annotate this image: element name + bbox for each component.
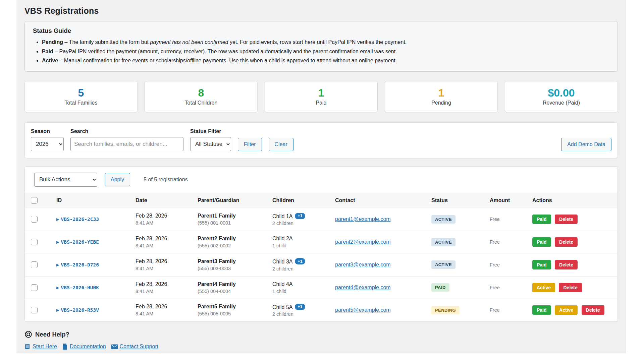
column-header-date: Date [132, 193, 194, 208]
parent-phone: (555) 001-0001 [198, 220, 266, 226]
amount-value: Free [490, 239, 500, 245]
children-count: 2 children [272, 266, 328, 272]
status-term-pending: Pending [42, 39, 63, 45]
expand-row-icon[interactable]: ▶ [56, 217, 59, 221]
child-name: Child 1A [272, 213, 292, 219]
select-all-checkbox[interactable] [31, 197, 38, 204]
parent-name: Parent3 Family [198, 258, 266, 264]
search-label: Search [70, 128, 183, 134]
life-ring-icon [24, 330, 32, 338]
mark-paid-button[interactable]: Paid [532, 215, 551, 224]
registration-time: 8:41 AM [136, 289, 191, 294]
season-select[interactable]: 2026 [31, 137, 64, 151]
expand-row-icon[interactable]: ▶ [56, 308, 59, 312]
registration-date: Feb 28, 2026 [136, 236, 191, 242]
expand-row-icon[interactable]: ▶ [56, 263, 59, 267]
search-input[interactable] [70, 137, 183, 151]
documentation-link[interactable]: Documentation [62, 344, 106, 350]
registration-id-link[interactable]: VBS-2026-D726 [61, 262, 99, 267]
row-checkbox[interactable] [31, 284, 38, 291]
column-header-status: Status [428, 193, 486, 208]
child-name: Child 4A [272, 281, 292, 287]
parent-email-link[interactable]: parent1@example.com [335, 216, 391, 222]
row-checkbox[interactable] [31, 239, 38, 245]
amount-value: Free [490, 285, 500, 290]
status-badge: PAID [431, 283, 449, 292]
registration-row: ▶VBS-2026-D726 Feb 28, 20268:41 AM Paren… [25, 253, 618, 277]
children-count: 2 children [272, 311, 328, 317]
add-demo-data-button[interactable]: Add Demo Data [561, 138, 611, 151]
parent-email-link[interactable]: parent3@example.com [335, 262, 391, 267]
help-links-row: Start Here Documentation Contact Support [24, 344, 618, 350]
row-checkbox[interactable] [31, 307, 38, 313]
mark-active-button[interactable]: Active [555, 305, 578, 315]
stat-value: 1 [438, 87, 444, 99]
stat-label: Paid [316, 100, 326, 106]
registration-row: ▶VBS-2026-R53V Feb 28, 20268:41 AM Paren… [25, 299, 618, 321]
stats-row: 5 Total Families 8 Total Children 1 Paid… [24, 81, 618, 112]
children-count: 1 child [272, 289, 328, 294]
status-badge: PENDING [431, 306, 460, 314]
parent-email-link[interactable]: parent2@example.com [335, 239, 391, 245]
delete-button[interactable]: Delete [559, 283, 582, 292]
column-header-contact: Contact [332, 193, 428, 208]
status-filter-select[interactable]: All Statuses [190, 137, 231, 151]
filter-button[interactable]: Filter [238, 138, 262, 151]
status-badge: ACTIVE [431, 215, 455, 224]
bulk-actions-select[interactable]: Bulk Actions [34, 173, 97, 187]
parent-phone: (555) 003-0003 [198, 266, 266, 271]
registrations-table: ID Date Parent/Guardian Children Contact… [25, 193, 618, 322]
amount-value: Free [490, 307, 500, 313]
expand-row-icon[interactable]: ▶ [56, 286, 59, 290]
registration-id-link[interactable]: VBS-2026-HUNK [61, 285, 99, 290]
season-label: Season [31, 128, 64, 134]
registration-date: Feb 28, 2026 [136, 304, 191, 310]
row-checkbox[interactable] [31, 261, 38, 268]
parent-name: Parent5 Family [198, 304, 266, 310]
registration-count: 5 of 5 registrations [144, 177, 188, 183]
apply-button[interactable]: Apply [105, 173, 130, 186]
column-header-children: Children [269, 193, 332, 208]
status-filter-label: Status Filter [190, 128, 231, 134]
page-title: VBS Registrations [24, 6, 618, 16]
status-text: yet. For paid events, rows start here un… [228, 39, 407, 45]
stat-card-pending: 1 Pending [385, 81, 498, 112]
registration-id-link[interactable]: VBS-2026-R53V [61, 307, 99, 313]
child-name: Child 3A [272, 259, 292, 264]
registration-time: 8:41 AM [136, 266, 191, 271]
delete-button[interactable]: Delete [555, 237, 578, 247]
registration-id-link[interactable]: VBS-2026-YEBE [61, 239, 99, 245]
registration-id-link[interactable]: VBS-2026-2C33 [61, 217, 99, 222]
admin-content-area: VBS Registrations Status Guide Pending –… [16, 0, 626, 353]
help-title: Need Help? [35, 331, 69, 338]
children-count: 1 child [272, 243, 328, 248]
mark-active-button[interactable]: Active [532, 283, 555, 292]
column-header-parent: Parent/Guardian [194, 193, 269, 208]
stat-label: Pending [431, 100, 451, 106]
child-name: Child 5A [272, 304, 292, 310]
mark-paid-button[interactable]: Paid [532, 260, 551, 269]
stat-label: Total Families [65, 100, 98, 106]
registration-row: ▶VBS-2026-HUNK Feb 28, 20268:41 AM Paren… [25, 276, 618, 299]
stat-value: $0.00 [548, 87, 575, 99]
clear-button[interactable]: Clear [269, 138, 293, 151]
delete-button[interactable]: Delete [555, 260, 578, 269]
stat-value: 5 [78, 87, 84, 99]
status-guide-item-paid: Paid – PayPal IPN verified the payment (… [42, 47, 609, 56]
start-here-link[interactable]: Start Here [24, 344, 57, 350]
parent-phone: (555) 005-0005 [198, 311, 266, 316]
mark-paid-button[interactable]: Paid [532, 237, 551, 247]
help-title-row: Need Help? [24, 330, 618, 338]
row-checkbox[interactable] [31, 216, 38, 223]
delete-button[interactable]: Delete [582, 305, 604, 315]
delete-button[interactable]: Delete [555, 215, 578, 224]
contact-support-link[interactable]: Contact Support [111, 344, 159, 350]
parent-email-link[interactable]: parent4@example.com [335, 285, 391, 290]
registration-time: 8:41 AM [136, 311, 191, 316]
registration-row: ▶VBS-2026-2C33 Feb 28, 20268:41 AM Paren… [25, 208, 618, 231]
expand-row-icon[interactable]: ▶ [56, 240, 59, 244]
parent-email-link[interactable]: parent5@example.com [335, 307, 391, 313]
stat-card-total-children: 8 Total Children [145, 81, 258, 112]
parent-name: Parent4 Family [198, 281, 266, 287]
mark-paid-button[interactable]: Paid [532, 305, 551, 315]
